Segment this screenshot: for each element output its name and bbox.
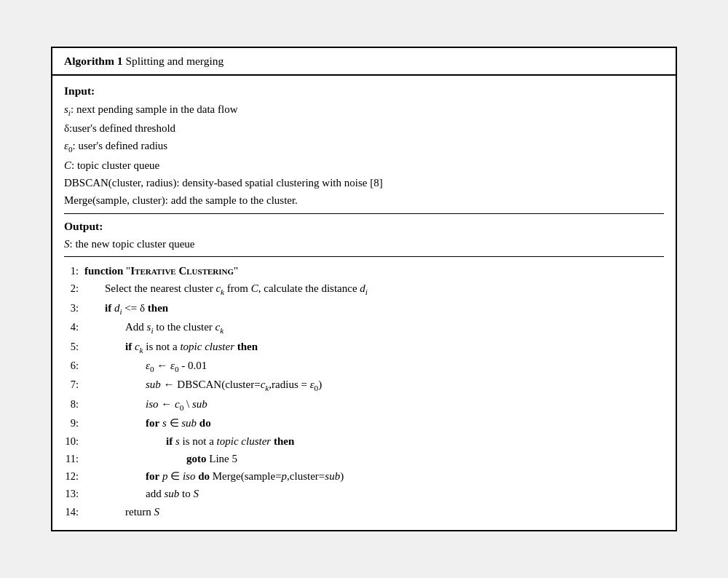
output-label: Output: [64,220,103,232]
algorithm-title: Algorithm 1 Splitting and merging [64,55,223,67]
line-content-11: goto Line 5 [84,451,664,467]
line-num-6: 6: [64,357,84,373]
output-S: S: the new topic cluster queue [64,236,664,253]
line-num-1: 1: [64,263,84,279]
line-num-10: 10: [64,433,84,449]
line-content-14: return S [84,504,664,520]
line-5: 5: if ck is not a topic cluster then [64,339,664,357]
output-section: Output: S: the new topic cluster queue [64,218,664,253]
line-num-8: 8: [64,396,84,412]
line-content-10: if s is not a topic cluster then [84,433,664,450]
line-content-1: function "Iterative Clustering" [84,263,664,280]
line-7: 7: sub ← DBSCAN(cluster=ck,radius = ε0) [64,376,664,395]
line-content-13: add sub to S [84,486,664,502]
input-C: C: topic cluster queue [64,157,664,174]
line-content-5: if ck is not a topic cluster then [84,339,664,357]
input-dbscan: DBSCAN(cluster, radius): density-based s… [64,175,664,191]
line-10: 10: if s is not a topic cluster then [64,433,664,450]
input-epsilon: ε0: user's defined radius [64,138,664,156]
line-num-4: 4: [64,319,84,335]
line-content-6: ε0 ← ε0 - 0.01 [84,357,664,376]
line-num-11: 11: [64,451,84,467]
line-num-9: 9: [64,415,84,431]
algorithm-header: Algorithm 1 Splitting and merging [52,48,676,76]
line-11: 11: goto Line 5 [64,451,664,467]
line-1: 1: function "Iterative Clustering" [64,263,664,280]
line-13: 13: add sub to S [64,486,664,502]
line-content-12: for p ∈ iso do Merge(sample=p,cluster=su… [84,468,664,485]
line-content-4: Add si to the cluster ck [84,319,664,337]
line-num-7: 7: [64,376,84,392]
line-content-2: Select the nearest cluster ck from C, ca… [84,280,664,298]
line-num-5: 5: [64,339,84,355]
line-8: 8: iso ← c0 \ sub [64,396,664,414]
input-merge: Merge(sample, cluster): add the sample t… [64,192,664,209]
line-14: 14: return S [64,504,664,520]
input-section: Input: si: next pending sample in the da… [64,82,664,209]
line-9: 9: for s ∈ sub do [64,415,664,432]
line-4: 4: Add si to the cluster ck [64,319,664,337]
input-label: Input: [64,84,95,97]
line-num-13: 13: [64,486,84,502]
line-content-3: if di <= δ then [84,300,664,318]
line-content-9: for s ∈ sub do [84,415,664,432]
input-si: si: next pending sample in the data flow [64,101,664,119]
algorithm-title-normal: Splitting and merging [125,55,223,67]
line-3: 3: if di <= δ then [64,300,664,318]
line-num-3: 3: [64,300,84,316]
divider-after-output [64,256,664,257]
line-num-12: 12: [64,468,84,484]
content-area: Input: si: next pending sample in the da… [52,76,676,529]
algorithm-title-bold: Algorithm 1 [64,55,123,67]
line-2: 2: Select the nearest cluster ck from C,… [64,280,664,298]
algorithm-box: Algorithm 1 Splitting and merging Input:… [51,47,677,531]
line-num-2: 2: [64,280,84,296]
line-content-7: sub ← DBSCAN(cluster=ck,radius = ε0) [84,376,664,395]
input-delta: δ:user's defined threshold [64,120,664,137]
line-content-8: iso ← c0 \ sub [84,396,664,414]
divider-after-input [64,213,664,214]
line-num-14: 14: [64,504,84,520]
line-6: 6: ε0 ← ε0 - 0.01 [64,357,664,376]
line-12: 12: for p ∈ iso do Merge(sample=p,cluste… [64,468,664,485]
algorithm-lines: 1: function "Iterative Clustering" 2: Se… [64,263,664,520]
